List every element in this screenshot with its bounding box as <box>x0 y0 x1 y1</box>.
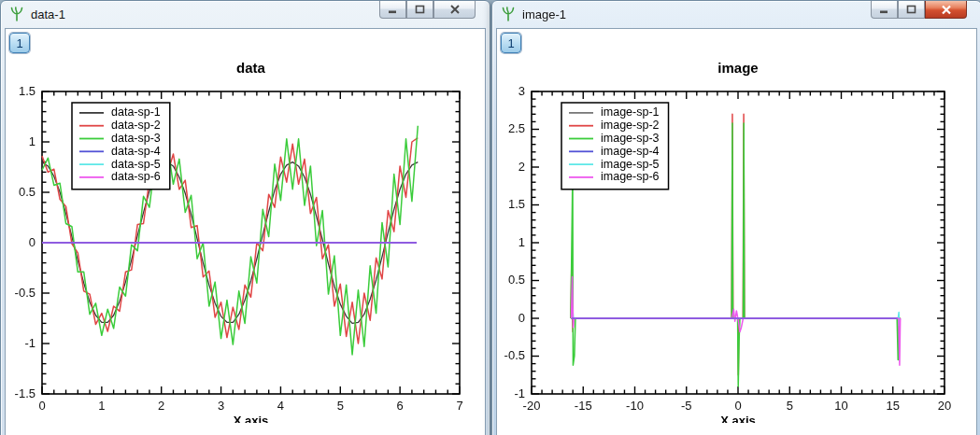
window-title: image-1 <box>522 7 566 21</box>
window-image-1: image-1 1 <box>491 0 980 435</box>
close-icon <box>449 5 461 14</box>
desktop: { "desktop": {"background_color": "#a8bc… <box>0 0 980 435</box>
grace-plant-icon <box>9 7 24 21</box>
graph-area-data: 1 <box>5 28 486 435</box>
window-title: data-1 <box>31 7 65 21</box>
titlebar-image-1[interactable]: image-1 <box>492 1 980 27</box>
titlebar-data-1[interactable]: data-1 <box>1 1 490 27</box>
maximize-icon <box>906 5 916 14</box>
window-controls <box>871 1 967 19</box>
close-button[interactable] <box>433 1 476 19</box>
window-controls <box>379 1 476 19</box>
minimize-button[interactable] <box>379 1 406 19</box>
close-icon <box>940 5 953 15</box>
image-plot-canvas[interactable] <box>497 29 977 423</box>
graph-tab-1-button[interactable]: 1 <box>9 33 30 53</box>
grace-plant-icon <box>501 7 516 21</box>
close-button[interactable] <box>925 1 967 19</box>
window-data-1: data-1 1 <box>0 0 490 435</box>
minimize-icon <box>879 6 889 14</box>
graph-tab-1-button[interactable]: 1 <box>501 33 521 53</box>
data-plot-canvas[interactable] <box>6 29 486 423</box>
graph-area-image: 1 <box>496 28 977 435</box>
minimize-button[interactable] <box>871 1 898 19</box>
maximize-icon <box>415 5 425 14</box>
minimize-icon <box>388 6 398 14</box>
maximize-button[interactable] <box>406 1 433 19</box>
maximize-button[interactable] <box>898 1 925 19</box>
